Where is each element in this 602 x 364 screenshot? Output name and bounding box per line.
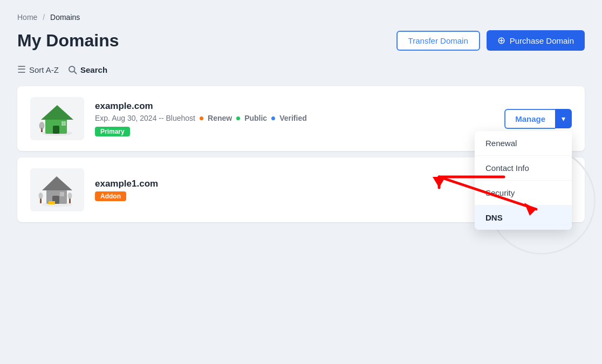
public-dot xyxy=(236,116,240,120)
sort-icon: ☰ xyxy=(17,64,26,75)
page-title: My Domains xyxy=(17,31,119,51)
domain-expiry-1: Exp. Aug 30, 2024 -- Bluehost xyxy=(95,114,195,122)
breadcrumb-current: Domains xyxy=(50,13,80,22)
breadcrumb-home[interactable]: Home xyxy=(17,13,37,22)
svg-point-10 xyxy=(39,122,45,129)
public-status: Public xyxy=(244,114,267,122)
toolbar: ☰ Sort A-Z Search xyxy=(17,64,585,75)
svg-marker-16 xyxy=(49,201,55,204)
search-icon xyxy=(67,65,77,74)
dropdown-item-security[interactable]: Security xyxy=(475,181,572,205)
domain-actions-1: Manage ▾ Renewal Contact Info Security D… xyxy=(504,109,572,129)
verified-status: Verified xyxy=(279,114,307,122)
domain-logo-2 xyxy=(30,168,84,211)
manage-dropdown-button-1[interactable]: ▾ xyxy=(555,109,572,128)
domain-info-1: example.com Exp. Aug 30, 2024 -- Bluehos… xyxy=(95,101,494,136)
verified-dot xyxy=(271,116,275,120)
domain-meta-1: Exp. Aug 30, 2024 -- Bluehost Renew Publ… xyxy=(95,114,494,122)
domain-logo-1 xyxy=(30,97,84,140)
breadcrumb-separator: / xyxy=(43,13,45,22)
domain-name-1: example.com xyxy=(95,101,494,112)
dropdown-item-renewal[interactable]: Renewal xyxy=(475,131,572,156)
manage-dropdown-menu: Renewal Contact Info Security DNS xyxy=(475,131,572,230)
primary-badge: Primary xyxy=(95,127,130,136)
domain-name-2: example1.com xyxy=(95,178,486,189)
domain-list: example.com Exp. Aug 30, 2024 -- Bluehos… xyxy=(17,86,585,222)
svg-rect-5 xyxy=(53,126,59,134)
search-button[interactable]: Search xyxy=(67,65,107,74)
svg-rect-15 xyxy=(60,192,64,196)
purchase-domain-label: Purchase Domain xyxy=(510,36,574,45)
svg-marker-13 xyxy=(42,176,72,190)
header-actions: Transfer Domain ⊕ Purchase Domain xyxy=(396,30,585,51)
dropdown-item-contact[interactable]: Contact Info xyxy=(475,156,572,181)
renew-dot xyxy=(200,116,203,120)
sort-button[interactable]: ☰ Sort A-Z xyxy=(17,64,59,75)
domain-info-2: example1.com Addon xyxy=(95,178,486,201)
purchase-domain-button[interactable]: ⊕ Purchase Domain xyxy=(487,30,585,51)
svg-marker-4 xyxy=(41,105,73,120)
domain-badges-1: Primary xyxy=(95,127,494,136)
renew-status: Renew xyxy=(208,114,232,122)
svg-point-18 xyxy=(39,193,43,199)
chevron-down-icon: ▾ xyxy=(562,114,565,123)
plus-icon: ⊕ xyxy=(497,35,505,46)
page-header: My Domains Transfer Domain ⊕ Purchase Do… xyxy=(17,30,585,51)
transfer-domain-button[interactable]: Transfer Domain xyxy=(396,31,480,51)
sort-label: Sort A-Z xyxy=(29,65,59,74)
domain-badges-2: Addon xyxy=(95,191,486,201)
svg-line-1 xyxy=(74,71,76,73)
breadcrumb: Home / Domains xyxy=(17,13,585,22)
search-label: Search xyxy=(80,65,107,74)
svg-point-20 xyxy=(68,193,72,199)
addon-badge: Addon xyxy=(95,191,126,201)
dropdown-item-dns[interactable]: DNS xyxy=(475,205,572,230)
manage-button-1[interactable]: Manage xyxy=(504,109,555,129)
domain-card-1: example.com Exp. Aug 30, 2024 -- Bluehos… xyxy=(17,86,585,151)
